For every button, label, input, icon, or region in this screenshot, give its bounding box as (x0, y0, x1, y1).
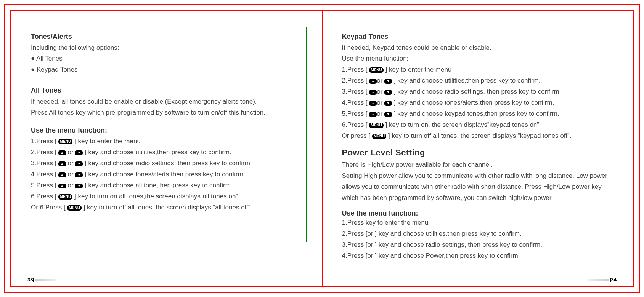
pwr-step-1: 1.Press key to enter the menu (342, 217, 613, 228)
all-tones-title: All Tones (31, 85, 302, 96)
all-tones-p1: If needed, all tones could be enable or … (31, 96, 302, 107)
right-page: Keypad Tones If needed, Keypad tones cou… (323, 11, 633, 286)
power-level-title: Power Level Setting (342, 145, 613, 160)
pwr-step-3: 3.Press [or ] key and choose radio setti… (342, 240, 613, 251)
left-step-3: 3.Press [ ▲ or ▼ ] key and choose radio … (31, 158, 302, 169)
up-arrow-icon: ▲ (369, 79, 377, 84)
left-step-4: 4.Press [ ▲ or ▼ ] key and choose tones/… (31, 169, 302, 180)
up-arrow-icon: ▲ (58, 172, 66, 177)
left-step-6: 6.Press [ MENU ] key to turn on all tone… (31, 191, 302, 202)
left-step-7: Or 6.Press [ MENU ] key to turn off all … (31, 202, 302, 213)
down-arrow-icon: ▼ (384, 79, 392, 84)
down-arrow-icon: ▼ (75, 161, 83, 166)
left-page: Tones/Alerts Including the following opt… (11, 11, 322, 286)
left-step-2: 2.Press [ ▲ or ▼ ] key and choose utilit… (31, 147, 302, 158)
up-arrow-icon: ▲ (369, 101, 377, 106)
right-step-4: 4.Press [ ▲or ▼ ] key and choose tones/a… (342, 97, 613, 109)
tones-alerts-title: Tones/Alerts (31, 31, 302, 43)
right-content-box: Keypad Tones If needed, Keypad tones cou… (338, 27, 618, 268)
pwr-step-4: 4.Press [or ] key and choose Power,then … (342, 251, 613, 262)
keypad-tones-title: Keypad Tones (342, 31, 613, 43)
left-step-5: 5.Press [ ▲ or ▼ ] key and choose all to… (31, 180, 302, 191)
right-step-3: 3.Press [ ▲or ▼ ] key and choose radio s… (342, 86, 613, 97)
right-step-2: 2.Press [ ▲or ▼ ] key and choose utiliti… (342, 75, 613, 86)
keypad-tones-p1: If needed, Keypad tones could be enable … (342, 43, 613, 54)
up-arrow-icon: ▲ (58, 161, 66, 166)
up-arrow-icon: ▲ (58, 150, 66, 155)
spread: Tones/Alerts Including the following opt… (11, 11, 633, 286)
right-step-7: Or press [ MENU ] key to turn off all to… (342, 131, 613, 142)
menu-icon: MENU (58, 194, 72, 200)
down-arrow-icon: ▼ (384, 90, 392, 95)
keypad-tones-p2: Use the menu function: (342, 53, 613, 64)
menu-icon: MENU (369, 123, 383, 128)
up-arrow-icon: ▲ (369, 112, 377, 117)
menu-icon: MENU (67, 205, 81, 211)
page-number-left: 33 (27, 277, 56, 283)
menu-icon: MENU (372, 134, 386, 139)
right-step-5: 5.Press [ ▲or ▼ ] key and choose keypad … (342, 109, 613, 120)
up-arrow-icon: ▲ (369, 90, 377, 95)
down-arrow-icon: ▼ (75, 172, 83, 177)
down-arrow-icon: ▼ (384, 101, 392, 106)
bullet-keypad-tones: Keypad Tones (31, 64, 302, 75)
page-number-right: 34 (588, 277, 617, 283)
all-tones-p2: Press All tones key which pre-programmed… (31, 107, 302, 118)
down-arrow-icon: ▼ (75, 184, 83, 188)
down-arrow-icon: ▼ (75, 150, 83, 155)
right-step-6: 6.Press [ MENU ] key to turn on, the scr… (342, 120, 613, 131)
menu-icon: MENU (369, 67, 383, 73)
pwr-step-2: 2.Press [or ] key and choose utilities,t… (342, 228, 613, 240)
tones-alerts-intro: Including the following options: (31, 43, 302, 54)
power-level-p2: Setting:High power allow you to communic… (342, 171, 613, 204)
left-content-box: Tones/Alerts Including the following opt… (27, 27, 307, 242)
up-arrow-icon: ▲ (58, 184, 66, 188)
use-menu-title-left: Use the menu function: (31, 125, 302, 136)
bullet-all-tones: All Tones (31, 53, 302, 64)
left-step-1: 1.Press [ MENU ] key to enter the menu (31, 136, 302, 147)
down-arrow-icon: ▼ (384, 112, 392, 117)
menu-icon: MENU (58, 139, 72, 144)
power-level-p1: There is High/Low power available for ea… (342, 160, 613, 171)
right-step-1: 1.Press [ MENU ] key to enter the menu (342, 64, 613, 75)
